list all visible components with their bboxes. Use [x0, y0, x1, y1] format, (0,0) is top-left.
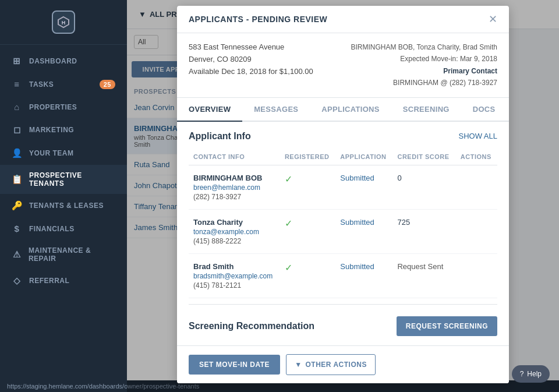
sidebar-item-your-team[interactable]: 👤 YOUR TEAM — [0, 142, 127, 165]
logo-icon: H — [52, 10, 75, 34]
tasks-icon: ≡ — [12, 79, 22, 89]
sidebar-item-financials[interactable]: $ FINANCIALS — [0, 217, 127, 240]
financials-icon: $ — [12, 224, 22, 234]
other-actions-button[interactable]: ▼ OTHER ACTIONS — [286, 354, 376, 375]
prospective-tenants-icon: 📋 — [12, 174, 22, 185]
main-body: All INVITE APPLICANT PROSPECTS Jean Corv… — [127, 29, 559, 392]
applicants-modal: APPLICANTS - PENDING REVIEW ✕ 583 East T… — [177, 29, 509, 383]
properties-icon: ⌂ — [12, 102, 22, 112]
applicant-credit-score: Request Sent — [392, 253, 455, 298]
check-icon: ✓ — [285, 263, 292, 273]
show-all-link[interactable]: SHOW ALL — [459, 132, 497, 140]
sidebar-item-tenants-leases[interactable]: 🔑 TENANTS & LEASES — [0, 194, 127, 217]
sidebar-logo: H — [0, 0, 127, 45]
help-button[interactable]: ? Help — [512, 365, 550, 383]
screening-title: Screening Recommendation — [189, 321, 314, 331]
applicant-contact: BIRMINGHAM BOB breen@hemlane.com (282) 7… — [189, 165, 280, 209]
applicant-contact: Tonza Charity tonza@example.com (415) 88… — [189, 209, 280, 253]
applicant-credit-score: 725 — [392, 209, 455, 253]
set-movein-button[interactable]: SET MOVE-IN DATE — [189, 355, 280, 375]
dropdown-icon: ▼ — [295, 361, 302, 369]
sidebar-item-dashboard[interactable]: ⊞ DASHBOARD — [0, 50, 127, 73]
tab-overview[interactable]: OVERVIEW — [177, 98, 242, 122]
applicant-info-header: Applicant Info SHOW ALL — [189, 131, 497, 142]
applicant-application: Submitted — [335, 253, 392, 298]
modal-body: Applicant Info SHOW ALL CONTACT INFO REG… — [177, 122, 509, 345]
table-row: BIRMINGHAM BOB breen@hemlane.com (282) 7… — [189, 165, 497, 209]
main-content: ▼ ALL PROPERTIES All INVITE APPLICANT PR… — [127, 0, 559, 392]
col-credit-score: CREDIT SCORE — [392, 150, 455, 165]
marketing-icon: ◻ — [12, 125, 22, 135]
sidebar-item-properties[interactable]: ⌂ PROPERTIES — [0, 96, 127, 118]
sidebar-nav: ⊞ DASHBOARD ≡ TASKS 25 ⌂ PROPERTIES ◻ MA… — [0, 45, 127, 392]
applicant-registered: ✓ — [280, 209, 335, 253]
tab-screening[interactable]: SCREENING — [391, 98, 461, 122]
help-icon: ? — [520, 370, 524, 378]
applicant-credit-score: 0 — [392, 165, 455, 209]
sidebar-item-marketing[interactable]: ◻ MARKETING — [0, 118, 127, 142]
applicant-application: Submitted — [335, 165, 392, 209]
table-row: Tonza Charity tonza@example.com (415) 88… — [189, 209, 497, 253]
applicants-table: CONTACT INFO REGISTERED APPLICATION CRED… — [189, 150, 497, 298]
team-icon: 👤 — [12, 148, 22, 158]
applicant-action — [456, 253, 497, 298]
maintenance-icon: ⚠ — [12, 249, 22, 260]
applicant-registered: ✓ — [280, 253, 335, 298]
col-registered: REGISTERED — [280, 150, 335, 165]
referral-icon: ◇ — [12, 276, 22, 286]
applicant-application: Submitted — [335, 209, 392, 253]
col-contact: CONTACT INFO — [189, 150, 280, 165]
sidebar: H ⊞ DASHBOARD ≡ TASKS 25 ⌂ PROPERTIES ◻ … — [0, 0, 127, 392]
applicant-action — [456, 165, 497, 209]
modal-tabs: OVERVIEW MESSAGES APPLICATIONS SCREENING… — [177, 98, 509, 122]
applicant-registered: ✓ — [280, 165, 335, 209]
applicant-action — [456, 209, 497, 253]
modal-footer: SET MOVE-IN DATE ▼ OTHER ACTIONS — [177, 345, 509, 383]
modal-contact-info: BIRMINGHAM BOB, Tonza Charity, Brad Smit… — [351, 41, 497, 89]
col-actions: ACTIONS — [456, 150, 497, 165]
sidebar-item-tasks[interactable]: ≡ TASKS 25 — [0, 73, 127, 96]
request-screening-button[interactable]: REQUEST SCREENING — [397, 316, 497, 336]
tab-docs[interactable]: DOCS — [461, 98, 507, 122]
sidebar-item-prospective-tenants[interactable]: 📋 PROSPECTIVE TENANTS — [0, 165, 127, 194]
modal-overlay: APPLICANTS - PENDING REVIEW ✕ 583 East T… — [127, 29, 559, 392]
applicant-info-title: Applicant Info — [189, 131, 251, 142]
sidebar-item-maintenance[interactable]: ⚠ MAINTENANCE & REPAIR — [0, 240, 127, 269]
check-icon: ✓ — [285, 218, 292, 228]
sidebar-item-referral[interactable]: ◇ REFERRAL — [0, 269, 127, 292]
modal-header: APPLICANTS - PENDING REVIEW ✕ — [177, 29, 509, 33]
tasks-badge: 25 — [100, 80, 115, 89]
modal-address: 583 East Tennessee Avenue Denver, CO 802… — [189, 41, 313, 89]
svg-text:H: H — [62, 20, 66, 26]
dashboard-icon: ⊞ — [12, 56, 22, 66]
modal-info: 583 East Tennessee Avenue Denver, CO 802… — [177, 33, 509, 98]
col-application: APPLICATION — [335, 150, 392, 165]
applicant-contact: Brad Smith bradsmith@example.com (415) 7… — [189, 253, 280, 298]
tenants-icon: 🔑 — [12, 200, 22, 211]
tab-applications[interactable]: APPLICATIONS — [310, 98, 391, 122]
screening-section: Screening Recommendation REQUEST SCREENI… — [189, 304, 497, 336]
table-row: Brad Smith bradsmith@example.com (415) 7… — [189, 253, 497, 298]
check-icon: ✓ — [285, 174, 292, 184]
tab-messages[interactable]: MESSAGES — [242, 98, 310, 122]
